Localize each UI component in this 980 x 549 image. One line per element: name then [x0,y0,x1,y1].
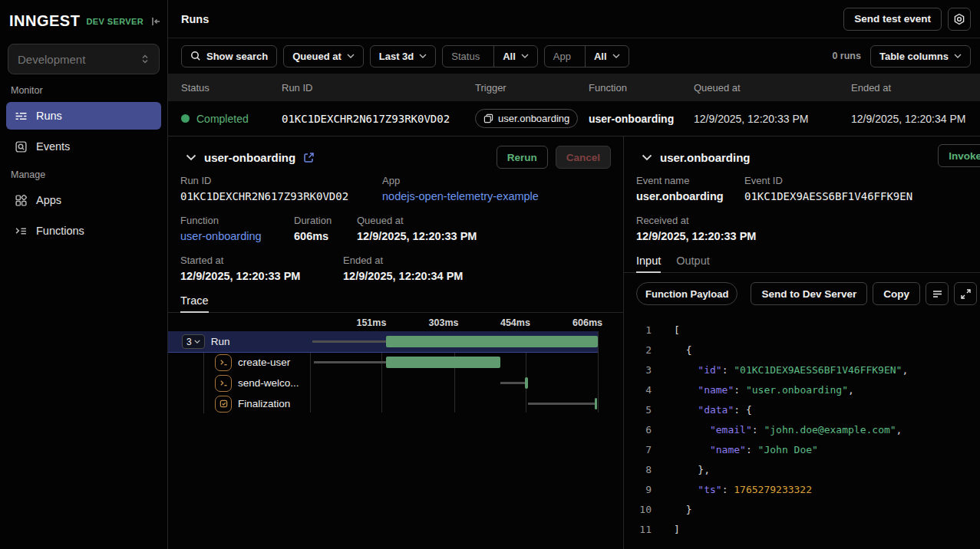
status-filter-label: Status [443,46,488,67]
expand-button[interactable] [954,282,977,305]
app: INNGEST DEV SERVER Development Monitor R… [0,0,980,549]
payload-toolbar: Function Payload Send to Dev Server Copy [624,273,980,314]
field-label-duration: Duration [294,215,357,226]
code-text: }, [674,460,710,480]
trigger-badge[interactable]: user.onboarding [475,109,578,128]
app-filter[interactable]: App All [544,45,629,67]
field-value-function[interactable]: user-onboarding [180,229,294,243]
trace-chart: 3Runcreate-usersend-welco...Finalization [168,331,623,414]
run-title: user-onboarding [204,151,295,164]
trace-axis: 151ms303ms454ms606ms [310,317,598,331]
trace-row-finalization[interactable]: Finalization [168,393,598,414]
table-header: StatusRun IDTriggerFunctionQueued atEnde… [168,74,980,101]
queued-at-filter[interactable]: Queued at [283,45,364,67]
code-line: 4 "name": "user.onboarding", [636,380,980,400]
field-value-event-name: user.onboarding [636,189,744,203]
sidebar-item-apps[interactable]: Apps [6,186,161,214]
code-text: "name": "John Doe" [674,440,818,460]
field-value-event-id: 01KC1DEX9AESS6BF1V46FFK9EN [744,189,912,203]
field-value-run-id: 01KC1DEXCHR2N617Z93RK0VD02 [180,189,382,203]
trace-row-create-user[interactable]: create-user [168,352,598,373]
function-payload-pill[interactable]: Function Payload [636,282,737,305]
send-test-event-button[interactable]: Send test event [843,8,942,31]
column-header: Trigger [475,82,589,94]
sidebar-item-label: Events [36,140,70,153]
event-tabs: Input Output [624,255,980,273]
terminal-step-icon [219,358,228,367]
code-line: 8 }, [636,460,980,480]
span-bar [595,398,598,409]
functions-icon [15,225,28,238]
run-tabs: Trace [168,294,623,313]
field-value-ended-at: 12/9/2025, 12:20:34 PM [343,269,463,283]
chevron-down-icon [347,54,355,58]
terminal-step-icon [219,379,228,387]
tab-output[interactable]: Output [676,255,710,272]
column-header: Run ID [282,82,475,94]
collapse-sidebar-icon[interactable] [150,15,162,28]
app-filter-value: All [594,51,607,62]
field-value-received-at: 12/9/2025, 12:20:33 PM [636,229,756,243]
code-line: 1[ [636,321,980,340]
column-header: Queued at [694,82,851,94]
sidebar-item-events[interactable]: Events [6,133,161,160]
line-number: 7 [636,440,652,460]
trace-row-name: Run [211,336,230,347]
settings-button[interactable] [948,8,971,31]
event-trigger-icon [483,113,493,123]
queued-at-cell: 12/9/2025, 12:20:33 PM [694,113,851,125]
trace-row-name: send-welco... [238,377,299,389]
event-title: user.onboarding [660,151,751,164]
trace-row-bars [310,352,598,373]
ended-at-cell: 12/9/2025, 12:20:34 PM [851,113,980,125]
tab-input[interactable]: Input [636,255,661,273]
show-search-button[interactable]: Show search [181,45,277,67]
dev-server-badge: DEV SERVER [86,17,144,26]
status-filter[interactable]: Status All [442,45,537,67]
chevron-down-icon[interactable] [186,154,196,161]
field-value-started-at: 12/9/2025, 12:20:33 PM [180,269,343,283]
page-title: Runs [181,13,209,25]
topbar: Runs Send test event [168,0,980,38]
filterbar: Show search Queued at Last 3d Status All… [168,38,980,74]
field-label-function: Function [180,215,294,226]
run-details-panel: user-onboarding Rerun Cancel Run ID 01KC… [168,136,624,549]
field-value-app[interactable]: nodejs-open-telemetry-example [382,189,539,203]
chevron-down-icon [419,54,427,58]
app-filter-value-wrap: All [585,46,629,67]
sidebar-item-functions[interactable]: Functions [6,217,161,245]
wait-line [528,403,594,405]
line-number: 3 [636,360,652,380]
trace-row-run[interactable]: 3Run [168,331,598,352]
step-check-icon-box [215,396,232,413]
code-text: { [674,340,691,360]
copy-button[interactable]: Copy [873,282,920,305]
chevron-down-icon [612,54,620,58]
wait-line [500,382,525,384]
environment-select[interactable]: Development [8,44,160,74]
code-text: "id": "01KC1DEX9AESS6BF1V46FFK9EN", [674,360,908,380]
table-columns-button[interactable]: Table columns [870,45,971,67]
span-count-badge[interactable]: 3 [182,334,205,349]
field-label-event-id: Event ID [744,175,912,186]
send-to-dev-server-button[interactable]: Send to Dev Server [751,282,867,305]
status-completed-dot [181,114,190,123]
chevron-down-icon [954,54,962,58]
trace-row-send-welco---[interactable]: send-welco... [168,373,598,393]
apps-icon [15,194,28,207]
wrap-text-button[interactable] [926,282,949,305]
cancel-button[interactable]: Cancel [556,146,611,169]
tab-trace[interactable]: Trace [180,294,209,313]
run-id-cell: 01KC1DEXCHR2N617Z93RK0VD02 [282,113,475,125]
external-link-icon[interactable] [303,152,315,163]
field-label-started-at: Started at [180,255,343,266]
line-number: 9 [636,480,652,500]
line-number: 1 [636,321,652,340]
rerun-button[interactable]: Rerun [497,146,548,169]
invoke-button[interactable]: Invoke [938,144,980,167]
table-row[interactable]: Completed 01KC1DEXCHR2N617Z93RK0VD02 use… [168,101,980,136]
chevron-down-icon[interactable] [642,154,652,161]
trace-row-name: Finalization [238,398,290,409]
time-range-filter[interactable]: Last 3d [370,45,437,67]
sidebar-item-runs[interactable]: Runs [6,102,161,130]
